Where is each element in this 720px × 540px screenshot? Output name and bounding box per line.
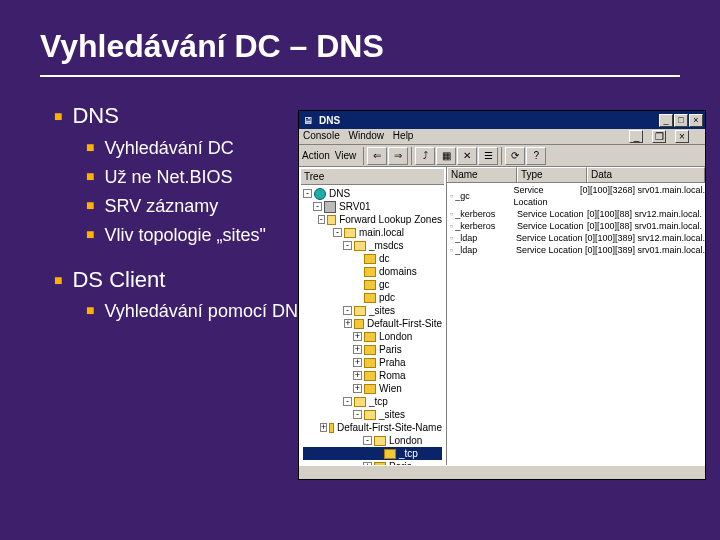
folder-icon <box>354 306 366 316</box>
menu-help[interactable]: Help <box>393 130 414 141</box>
expand-toggle[interactable]: + <box>353 371 362 380</box>
list-row[interactable]: _kerberosService Location[0][100][88] sr… <box>447 220 705 232</box>
folder-icon <box>364 254 376 264</box>
tree-node-dns-root[interactable]: -DNS <box>303 187 442 200</box>
tree-label: pdc <box>379 291 395 304</box>
tree-node-domains[interactable]: domains <box>303 265 442 278</box>
dns-console-window: 🖥 DNS _ □ × Console Window Help _ ❐ × Ac… <box>298 110 706 480</box>
expand-toggle[interactable]: - <box>303 189 312 198</box>
expand-toggle[interactable]: - <box>343 397 352 406</box>
tree-label: Default-First-Site-Name <box>337 421 442 434</box>
folder-icon <box>364 267 376 277</box>
refresh-button[interactable]: ⟳ <box>505 147 525 165</box>
col-type[interactable]: Type <box>517 167 587 182</box>
toolbar: Action View ⇐ ⇒ ⤴ ▦ ✕ ☰ ⟳ ? <box>299 145 705 167</box>
tree-node-site-praha[interactable]: +Praha <box>303 356 442 369</box>
tree-header: Tree <box>301 169 444 185</box>
tree-node-site-paris[interactable]: +Paris <box>303 343 442 356</box>
tree-node-dc[interactable]: dc <box>303 252 442 265</box>
tree-node-tcp-site-default[interactable]: +Default-First-Site-Name <box>303 421 442 434</box>
folder-icon <box>374 462 386 466</box>
tree-label: Wien <box>379 382 402 395</box>
list-row[interactable]: _ldapService Location[0][100][389] srv12… <box>447 232 705 244</box>
tree-node-tcp-site-london[interactable]: -London <box>303 434 442 447</box>
tree-node-site-wien[interactable]: +Wien <box>303 382 442 395</box>
menubar: Console Window Help _ ❐ × <box>299 129 705 145</box>
tree-label: domains <box>379 265 417 278</box>
folder-icon <box>344 228 356 238</box>
toolbar-view[interactable]: View <box>335 150 357 161</box>
expand-toggle[interactable]: - <box>353 410 362 419</box>
list-row[interactable]: _ldapService Location[0][100][389] srv01… <box>447 244 705 256</box>
child-close-button[interactable]: × <box>675 130 689 143</box>
tree-node-server-node[interactable]: -SRV01 <box>303 200 442 213</box>
folder-icon <box>384 449 396 459</box>
tree-label: Praha <box>379 356 406 369</box>
folder-icon <box>364 332 376 342</box>
expand-toggle[interactable]: - <box>313 202 322 211</box>
col-data[interactable]: Data <box>587 167 705 182</box>
tree-label: DNS <box>329 187 350 200</box>
tree-node-site-roma[interactable]: +Roma <box>303 369 442 382</box>
tree-label: Roma <box>379 369 406 382</box>
list-row[interactable]: _kerberosService Location[0][100][88] sr… <box>447 208 705 220</box>
child-restore-button[interactable]: ❐ <box>652 130 666 143</box>
show-hide-tree-button[interactable]: ▦ <box>436 147 456 165</box>
window-title: DNS <box>319 115 659 126</box>
expand-toggle[interactable]: - <box>363 436 372 445</box>
menu-window[interactable]: Window <box>348 130 384 141</box>
expand-toggle[interactable]: + <box>353 358 362 367</box>
expand-toggle[interactable]: + <box>320 423 327 432</box>
tree-node-site-london[interactable]: +London <box>303 330 442 343</box>
folder-icon <box>364 371 376 381</box>
forward-button[interactable]: ⇒ <box>388 147 408 165</box>
col-name[interactable]: Name <box>447 167 517 182</box>
up-button[interactable]: ⤴ <box>415 147 435 165</box>
child-minimize-button[interactable]: _ <box>629 130 643 143</box>
tree-node-msdcs[interactable]: -_msdcs <box>303 239 442 252</box>
tree-label: _tcp <box>369 395 388 408</box>
expand-toggle[interactable]: + <box>344 319 352 328</box>
tree-label: _sites <box>369 304 395 317</box>
expand-toggle[interactable]: - <box>318 215 325 224</box>
list-row[interactable]: _gcService Location[0][100][3268] srv01.… <box>447 184 705 208</box>
tree-label: Paris <box>379 343 402 356</box>
folder-icon <box>364 280 376 290</box>
back-button[interactable]: ⇐ <box>367 147 387 165</box>
tree-node-forward-zones[interactable]: -Forward Lookup Zones <box>303 213 442 226</box>
tree-node-tcp-site-paris[interactable]: +Paris <box>303 460 442 465</box>
tree-node-tcp-london-tcp[interactable]: _tcp <box>303 447 442 460</box>
tree-pane: Tree -DNS-SRV01-Forward Lookup Zones-mai… <box>299 167 447 465</box>
expand-toggle[interactable]: - <box>333 228 342 237</box>
folder-icon <box>364 410 376 420</box>
tree-node-sites[interactable]: -_sites <box>303 304 442 317</box>
titlebar[interactable]: 🖥 DNS _ □ × <box>299 111 705 129</box>
folder-icon <box>354 241 366 251</box>
expand-toggle[interactable]: - <box>343 241 352 250</box>
tree-node-gc[interactable]: gc <box>303 278 442 291</box>
tree-node-site-default[interactable]: +Default-First-Site <box>303 317 442 330</box>
column-headers[interactable]: Name Type Data <box>447 167 705 183</box>
expand-toggle[interactable]: + <box>363 462 372 465</box>
expand-toggle[interactable]: + <box>353 345 362 354</box>
expand-toggle[interactable]: + <box>353 384 362 393</box>
expand-toggle[interactable]: + <box>353 332 362 341</box>
expand-toggle[interactable]: - <box>343 306 352 315</box>
folder-icon <box>364 293 376 303</box>
tree-node-pdc[interactable]: pdc <box>303 291 442 304</box>
properties-button[interactable]: ☰ <box>478 147 498 165</box>
toolbar-action[interactable]: Action <box>302 150 330 161</box>
minimize-button[interactable]: _ <box>659 114 673 127</box>
delete-button[interactable]: ✕ <box>457 147 477 165</box>
help-button[interactable]: ? <box>526 147 546 165</box>
tree-node-zone-main[interactable]: -main.local <box>303 226 442 239</box>
tree-node-tcp-sites[interactable]: -_sites <box>303 408 442 421</box>
folder-icon <box>327 215 336 225</box>
tree-node-tcp[interactable]: -_tcp <box>303 395 442 408</box>
server-icon <box>324 201 336 213</box>
close-button[interactable]: × <box>689 114 703 127</box>
record-icon <box>450 244 453 256</box>
tree-label: London <box>379 330 412 343</box>
menu-console[interactable]: Console <box>303 130 340 141</box>
maximize-button[interactable]: □ <box>674 114 688 127</box>
